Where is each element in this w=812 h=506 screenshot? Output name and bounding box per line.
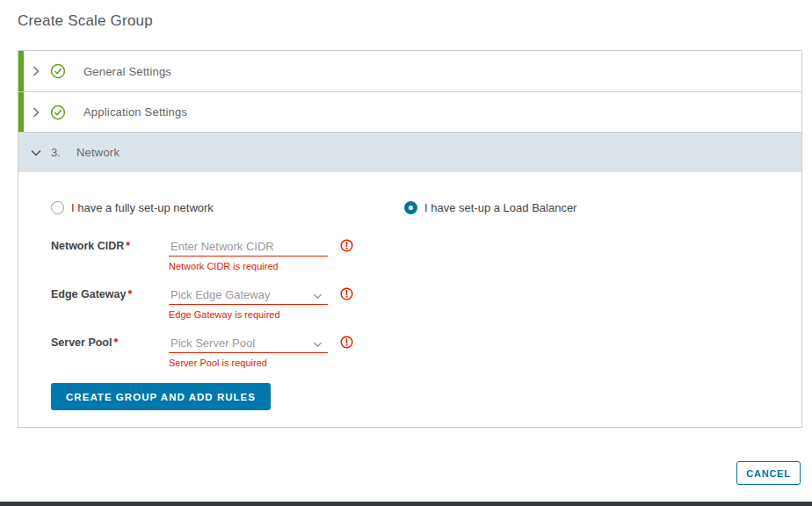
field-error: Edge Gateway is required bbox=[169, 309, 280, 320]
step-application-settings[interactable]: Application Settings bbox=[18, 91, 801, 132]
radio-unchecked-icon[interactable] bbox=[51, 201, 64, 214]
server-pool-select[interactable]: Pick Server Pool bbox=[169, 334, 328, 353]
required-asterisk: * bbox=[126, 240, 130, 252]
field-label: Network CIDR* bbox=[51, 240, 130, 252]
step-network-header[interactable]: 3. Network bbox=[18, 132, 801, 172]
radio-label: I have a fully set-up network bbox=[71, 201, 214, 214]
field-server-pool: Server Pool* Pick Server Pool Server Poo… bbox=[18, 330, 801, 374]
chevron-down-icon[interactable] bbox=[30, 147, 42, 159]
radio-fully-setup-network[interactable]: I have a fully set-up network bbox=[51, 201, 214, 214]
field-network-cidr: Network CIDR* Network CIDR is required bbox=[18, 234, 801, 278]
required-asterisk: * bbox=[127, 288, 132, 300]
field-label: Edge Gateway* bbox=[51, 288, 132, 300]
create-group-and-add-rules-button[interactable]: CREATE GROUP AND ADD RULES bbox=[51, 383, 271, 410]
field-label: Server Pool* bbox=[51, 336, 118, 349]
step-label: Network bbox=[76, 146, 120, 159]
select-placeholder: Pick Server Pool bbox=[170, 336, 255, 350]
field-error: Server Pool is required bbox=[169, 358, 267, 368]
field-label-text: Edge Gateway bbox=[51, 288, 126, 300]
success-check-icon bbox=[50, 105, 66, 120]
network-cidr-input[interactable] bbox=[169, 237, 328, 257]
field-error: Network CIDR is required bbox=[169, 261, 279, 271]
network-panel: I have a fully set-up network I have set… bbox=[18, 172, 801, 427]
cancel-button[interactable]: CANCEL bbox=[736, 461, 801, 485]
chevron-down-icon bbox=[313, 292, 323, 301]
step-number: 3. bbox=[51, 146, 61, 159]
radio-load-balancer[interactable]: I have set-up a Load Balancer bbox=[404, 201, 576, 214]
step-complete-bar bbox=[18, 92, 24, 132]
stepper-accordion: General Settings Application Settings 3.… bbox=[18, 50, 802, 428]
network-type-radio-group: I have a fully set-up network I have set… bbox=[18, 201, 801, 219]
radio-label: I have set-up a Load Balancer bbox=[424, 201, 576, 214]
field-label-text: Server Pool bbox=[51, 336, 112, 349]
step-label: Application Settings bbox=[83, 105, 187, 119]
error-icon bbox=[340, 239, 353, 252]
edge-gateway-select[interactable]: Pick Edge Gateway bbox=[169, 286, 328, 305]
window-bottom-edge bbox=[0, 502, 812, 506]
chevron-right-icon[interactable] bbox=[30, 65, 42, 77]
radio-checked-icon[interactable] bbox=[404, 201, 417, 214]
error-icon bbox=[340, 287, 353, 300]
required-asterisk: * bbox=[113, 336, 118, 349]
create-scale-group-page: Create Scale Group General Settings Appl… bbox=[0, 0, 812, 506]
step-complete-bar bbox=[18, 51, 24, 91]
chevron-right-icon[interactable] bbox=[30, 106, 42, 119]
step-label: General Settings bbox=[83, 65, 171, 78]
field-edge-gateway: Edge Gateway* Pick Edge Gateway Edge Gat… bbox=[18, 282, 801, 326]
page-title: Create Scale Group bbox=[18, 12, 153, 30]
select-placeholder: Pick Edge Gateway bbox=[170, 288, 270, 301]
chevron-down-icon bbox=[313, 340, 323, 350]
error-icon bbox=[340, 336, 353, 349]
success-check-icon bbox=[50, 63, 66, 79]
step-general-settings[interactable]: General Settings bbox=[18, 51, 801, 91]
field-label-text: Network CIDR bbox=[51, 240, 124, 252]
